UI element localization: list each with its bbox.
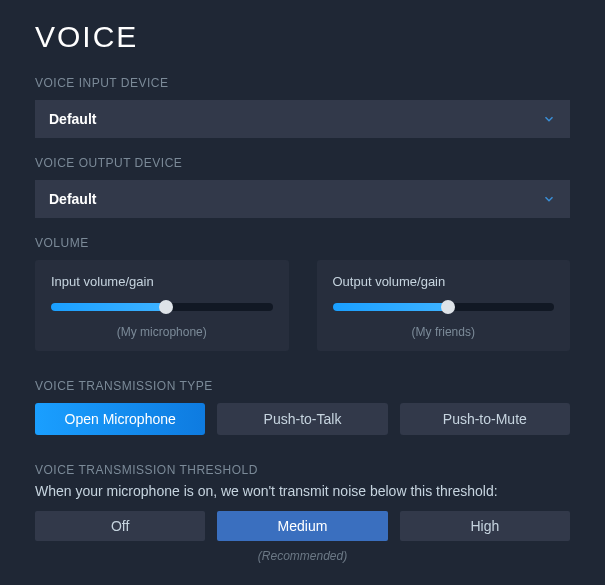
threshold-recommended: (Recommended) (35, 549, 570, 563)
input-volume-slider[interactable] (51, 303, 273, 311)
slider-thumb[interactable] (441, 300, 455, 314)
output-volume-slider[interactable] (333, 303, 555, 311)
input-volume-card: Input volume/gain (My microphone) (35, 260, 289, 351)
output-device-label: VOICE OUTPUT DEVICE (35, 156, 570, 170)
transmission-option-push-to-talk[interactable]: Push-to-Talk (217, 403, 387, 435)
threshold-option-medium[interactable]: Medium (217, 511, 387, 541)
threshold-option-off[interactable]: Off (35, 511, 205, 541)
input-device-value: Default (49, 111, 96, 127)
input-volume-title: Input volume/gain (51, 274, 273, 289)
input-device-label: VOICE INPUT DEVICE (35, 76, 570, 90)
output-device-value: Default (49, 191, 96, 207)
chevron-down-icon (542, 112, 556, 126)
transmission-option-push-to-mute[interactable]: Push-to-Mute (400, 403, 570, 435)
output-volume-card: Output volume/gain (My friends) (317, 260, 571, 351)
chevron-down-icon (542, 192, 556, 206)
slider-thumb[interactable] (159, 300, 173, 314)
transmission-type-label: VOICE TRANSMISSION TYPE (35, 379, 570, 393)
output-volume-title: Output volume/gain (333, 274, 555, 289)
threshold-label: VOICE TRANSMISSION THRESHOLD (35, 463, 570, 477)
volume-label: VOLUME (35, 236, 570, 250)
input-device-select[interactable]: Default (35, 100, 570, 138)
output-volume-sub: (My friends) (333, 325, 555, 339)
threshold-option-high[interactable]: High (400, 511, 570, 541)
threshold-desc: When your microphone is on, we won't tra… (35, 483, 570, 499)
output-device-select[interactable]: Default (35, 180, 570, 218)
page-title: VOICE (35, 20, 570, 54)
input-volume-sub: (My microphone) (51, 325, 273, 339)
transmission-option-open-microphone[interactable]: Open Microphone (35, 403, 205, 435)
